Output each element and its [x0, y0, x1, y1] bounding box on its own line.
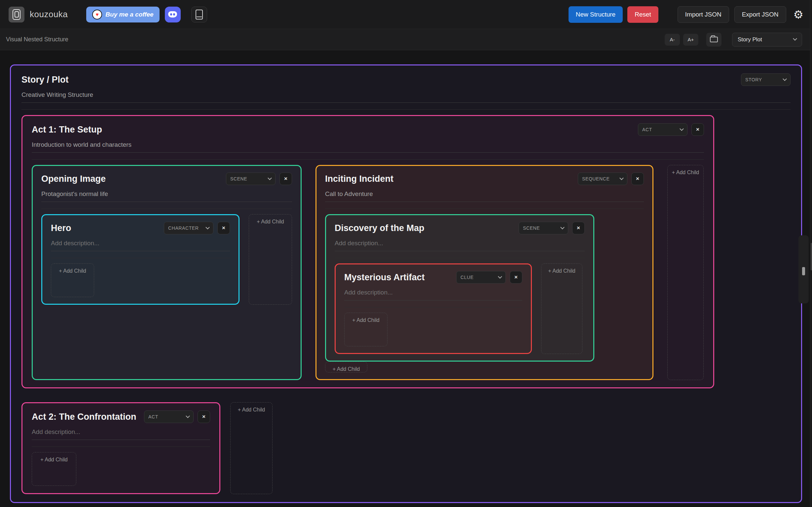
add-child-button[interactable]: + Add Child	[32, 452, 76, 486]
delete-node-button[interactable]: ×	[631, 173, 644, 185]
divider	[344, 307, 522, 307]
divider	[335, 258, 585, 258]
node-title[interactable]: Mysterious Artifact	[344, 272, 452, 283]
divider	[41, 209, 292, 209]
add-child-button[interactable]: + Add Child	[344, 313, 387, 346]
node-description[interactable]: Add description...	[335, 240, 585, 251]
node-type-select[interactable]: ACT	[638, 123, 687, 136]
divider	[21, 109, 791, 110]
node-opening-image: Opening Image SCENE × Protagonist's norm…	[32, 165, 302, 380]
delete-node-button[interactable]: ×	[197, 410, 210, 423]
buy-me-a-coffee-label: Buy me a coffee	[105, 11, 153, 18]
view-title: Visual Nested Structure	[6, 36, 68, 43]
node-description[interactable]: Protagonist's normal life	[41, 190, 292, 202]
add-child-button[interactable]: + Add Child	[325, 361, 367, 373]
node-act2: Act 2: The Confrontation ACT × Add descr…	[21, 402, 221, 494]
discord-icon	[168, 11, 177, 17]
coffee-cup-icon: ♥	[92, 10, 102, 19]
node-title[interactable]: Act 2: The Confrontation	[32, 412, 140, 422]
overlay-scrollbar-thumb[interactable]	[802, 267, 805, 275]
node-description[interactable]: Creative Writing Structure	[21, 91, 791, 103]
node-hero: Hero CHARACTER × Add description...	[41, 214, 240, 305]
docs-button[interactable]	[191, 7, 207, 22]
divider	[325, 209, 644, 209]
page-scrollbar-track	[810, 0, 812, 507]
app-logo-icon	[9, 7, 24, 22]
add-child-button[interactable]: + Add Child	[51, 264, 94, 297]
book-icon	[196, 10, 203, 19]
chevron-down-icon	[619, 176, 624, 180]
delete-node-button[interactable]: ×	[510, 271, 522, 284]
node-type-select[interactable]: SCENE	[519, 222, 568, 234]
import-json-button[interactable]: Import JSON	[678, 6, 729, 23]
new-structure-button[interactable]: New Structure	[568, 6, 623, 23]
app-header: kouzouka ♥ Buy me a coffee New Structure…	[0, 0, 812, 29]
node-title[interactable]: Act 1: The Setup	[32, 125, 634, 135]
add-child-button[interactable]: + Add Child	[667, 165, 704, 380]
export-json-button[interactable]: Export JSON	[734, 6, 786, 23]
open-file-button[interactable]	[706, 33, 722, 47]
chevron-down-icon	[267, 176, 272, 180]
divider	[32, 159, 704, 160]
divider	[51, 258, 230, 258]
node-type-select[interactable]: CLUE	[456, 271, 506, 284]
node-mysterious-artifact: Mysterious Artifact CLUE × Add descripti…	[335, 264, 532, 354]
node-description[interactable]: Introduction to world and characters	[32, 141, 704, 153]
node-title[interactable]: Discovery of the Map	[335, 223, 515, 233]
add-child-button[interactable]: + Add Child	[249, 214, 292, 305]
app-name: kouzouka	[30, 9, 68, 19]
structure-canvas: Story / Plot STORY Creative Writing Stru…	[0, 50, 812, 503]
font-decrease-button[interactable]: A-	[665, 34, 680, 46]
template-select[interactable]: Story Plot	[732, 33, 802, 47]
node-story: Story / Plot STORY Creative Writing Stru…	[10, 64, 802, 503]
chevron-down-icon	[783, 77, 787, 81]
chevron-down-icon	[560, 225, 565, 229]
node-discovery-of-the-map: Discovery of the Map SCENE × Add descrip…	[325, 214, 594, 361]
node-type-select[interactable]: SEQUENCE	[578, 173, 627, 185]
overlay-scrollbar-track	[799, 235, 809, 303]
node-description[interactable]: Add description...	[32, 428, 210, 440]
delete-node-button[interactable]: ×	[691, 123, 704, 136]
page-scrollbar-thumb[interactable]	[811, 243, 812, 270]
node-inciting-incident: Inciting Incident SEQUENCE × Call to Adv…	[315, 165, 653, 380]
divider	[32, 447, 210, 447]
chevron-down-icon	[680, 127, 684, 131]
node-title[interactable]: Hero	[51, 223, 160, 233]
node-description[interactable]: Add description...	[51, 240, 230, 251]
node-type-select[interactable]: SCENE	[226, 173, 275, 185]
discord-button[interactable]	[165, 7, 181, 22]
delete-node-button[interactable]: ×	[279, 173, 292, 185]
font-increase-button[interactable]: A+	[683, 34, 698, 46]
node-description[interactable]: Add description...	[344, 289, 522, 300]
delete-node-button[interactable]: ×	[572, 222, 585, 234]
add-child-button[interactable]: + Add Child	[541, 264, 582, 354]
node-description[interactable]: Call to Adventure	[325, 190, 644, 202]
node-title[interactable]: Inciting Incident	[325, 174, 574, 184]
settings-gear-icon[interactable]: ⚙	[794, 9, 803, 20]
reset-button[interactable]: Reset	[627, 6, 659, 23]
delete-node-button[interactable]: ×	[217, 222, 230, 234]
chevron-down-icon	[793, 36, 797, 41]
node-type-select[interactable]: ACT	[144, 410, 194, 423]
add-child-button[interactable]: + Add Child	[230, 402, 272, 494]
node-act1: Act 1: The Setup ACT × Introduction to w…	[21, 115, 714, 388]
chevron-down-icon	[186, 414, 190, 418]
view-toolbar: Visual Nested Structure A- A+ Story Plot	[0, 29, 812, 50]
chevron-down-icon	[498, 274, 502, 279]
buy-me-a-coffee-button[interactable]: ♥ Buy me a coffee	[86, 7, 159, 22]
node-title[interactable]: Opening Image	[41, 174, 222, 184]
node-type-select[interactable]: CHARACTER	[164, 222, 213, 234]
folder-icon	[710, 37, 718, 42]
node-title[interactable]: Story / Plot	[21, 75, 737, 85]
template-selected-value: Story Plot	[738, 36, 762, 43]
chevron-down-icon	[205, 225, 210, 229]
node-type-select[interactable]: STORY	[741, 73, 791, 86]
